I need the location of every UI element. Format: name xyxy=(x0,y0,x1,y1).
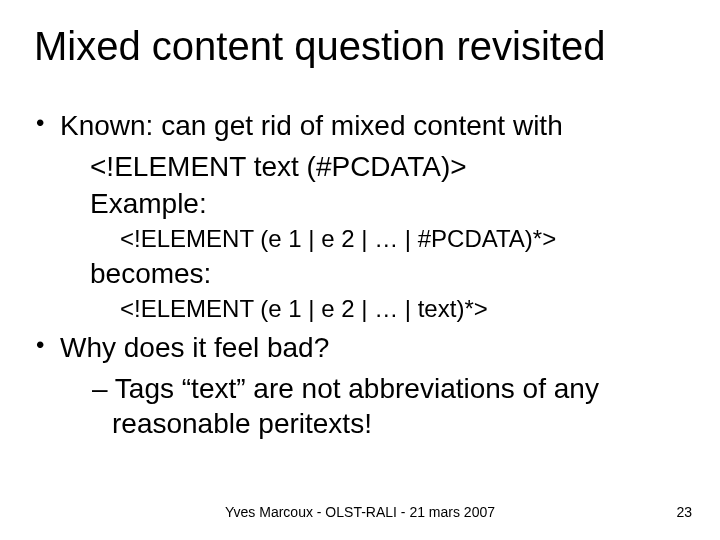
line-example: Example: xyxy=(34,186,686,221)
bullet-known: Known: can get rid of mixed content with xyxy=(34,108,686,143)
sub-bullet-tags-text: Tags “text” are not abbreviations of any… xyxy=(112,373,599,439)
line-element-pcdata: <!ELEMENT (e 1 | e 2 | … | #PCDATA)*> xyxy=(34,223,686,254)
footer-page-number: 23 xyxy=(676,504,692,520)
sub-bullet-tags: Tags “text” are not abbreviations of any… xyxy=(34,371,686,441)
slide: Mixed content question revisited Known: … xyxy=(0,0,720,540)
line-element-text: <!ELEMENT text (#PCDATA)> xyxy=(34,149,686,184)
bullet-why: Why does it feel bad? xyxy=(34,330,686,365)
footer-author-date: Yves Marcoux - OLST-RALI - 21 mars 2007 xyxy=(0,504,720,520)
line-element-textstar: <!ELEMENT (e 1 | e 2 | … | text)*> xyxy=(34,293,686,324)
slide-title: Mixed content question revisited xyxy=(34,24,686,68)
line-becomes: becomes: xyxy=(34,256,686,291)
